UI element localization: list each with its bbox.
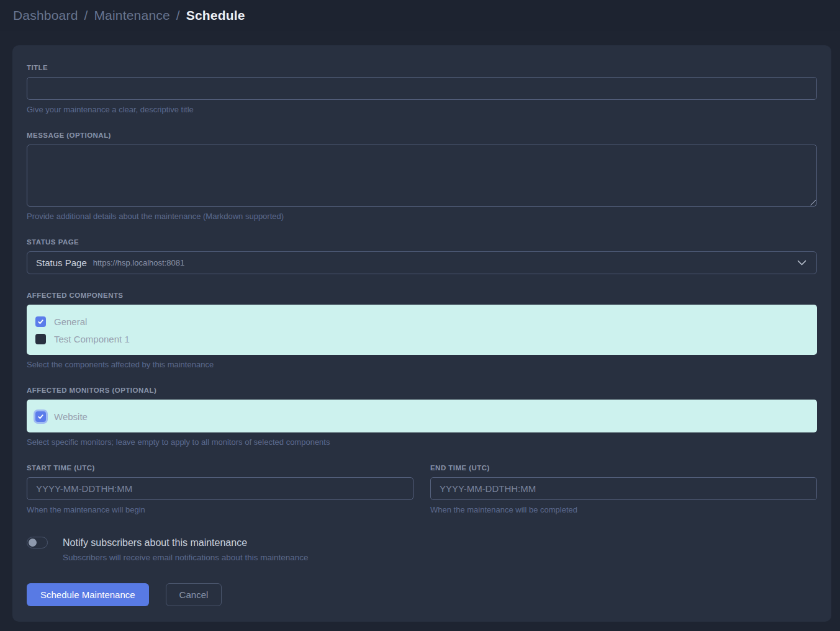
breadcrumb-separator: / [176, 8, 180, 23]
cancel-button[interactable]: Cancel [166, 583, 222, 606]
checkbox-test-component-1[interactable] [35, 334, 46, 344]
form-actions: Schedule Maintenance Cancel [27, 583, 817, 606]
top-navigation-bar: Dashboard / Maintenance / Schedule [0, 0, 840, 31]
affected-monitors-box: Website [27, 400, 817, 432]
end-time-field-group: END TIME (UTC) When the maintenance will… [430, 464, 817, 514]
checkmark-icon [37, 413, 44, 420]
monitor-option-label: Website [54, 411, 88, 422]
affected-components-box: General Test Component 1 [27, 305, 817, 355]
chevron-down-icon [797, 260, 806, 266]
breadcrumb: Dashboard / Maintenance / Schedule [13, 8, 245, 23]
message-textarea[interactable] [27, 145, 817, 207]
schedule-maintenance-button[interactable]: Schedule Maintenance [27, 583, 149, 606]
message-field-group: MESSAGE (OPTIONAL) Provide additional de… [27, 132, 817, 221]
title-field-group: TITLE Give your maintenance a clear, des… [27, 64, 817, 114]
checkbox-website[interactable] [35, 411, 46, 422]
monitor-option-website[interactable]: Website [35, 409, 806, 424]
affected-components-helper-text: Select the components affected by this m… [27, 360, 817, 369]
affected-components-label: AFFECTED COMPONENTS [27, 292, 817, 299]
end-time-input[interactable] [430, 477, 817, 500]
affected-monitors-field-group: AFFECTED MONITORS (OPTIONAL) Website Sel… [27, 387, 817, 447]
status-page-label: STATUS PAGE [27, 238, 817, 246]
breadcrumb-item-maintenance[interactable]: Maintenance [94, 8, 169, 23]
start-time-input[interactable] [27, 477, 413, 500]
toggle-knob [29, 539, 37, 547]
notify-subscribers-helper-text: Subscribers will receive email notificat… [63, 553, 817, 562]
status-page-field-group: STATUS PAGE Status Page https://hsp.loca… [27, 238, 817, 274]
breadcrumb-separator: / [84, 8, 88, 23]
time-fields-row: START TIME (UTC) When the maintenance wi… [27, 464, 817, 514]
title-helper-text: Give your maintenance a clear, descripti… [27, 105, 817, 114]
message-helper-text: Provide additional details about the mai… [27, 212, 817, 221]
checkbox-general[interactable] [35, 316, 46, 327]
end-time-label: END TIME (UTC) [430, 464, 817, 472]
notify-subscribers-group: Notify subscribers about this maintenanc… [27, 537, 817, 562]
message-label: MESSAGE (OPTIONAL) [27, 132, 817, 139]
component-option-general[interactable]: General [35, 314, 806, 329]
notify-subscribers-toggle[interactable] [27, 537, 48, 548]
component-option-label: General [54, 316, 87, 327]
status-page-selected-url: https://hsp.localhost:8081 [93, 258, 184, 267]
status-page-select[interactable]: Status Page https://hsp.localhost:8081 [27, 251, 817, 274]
affected-monitors-helper-text: Select specific monitors; leave empty to… [27, 437, 817, 447]
title-label: TITLE [27, 64, 817, 71]
component-option-label: Test Component 1 [54, 334, 130, 344]
notify-subscribers-label: Notify subscribers about this maintenanc… [63, 537, 247, 548]
component-option-test-component-1[interactable]: Test Component 1 [35, 331, 806, 347]
schedule-maintenance-form-card: TITLE Give your maintenance a clear, des… [12, 45, 831, 622]
start-time-label: START TIME (UTC) [27, 464, 413, 472]
checkmark-icon [37, 318, 44, 325]
affected-monitors-label: AFFECTED MONITORS (OPTIONAL) [27, 387, 817, 394]
title-input[interactable] [27, 77, 817, 100]
end-time-helper-text: When the maintenance will be completed [430, 505, 817, 514]
status-page-selected-name: Status Page [36, 257, 87, 268]
start-time-field-group: START TIME (UTC) When the maintenance wi… [27, 464, 413, 514]
breadcrumb-current-schedule: Schedule [186, 8, 245, 23]
start-time-helper-text: When the maintenance will begin [27, 505, 413, 514]
breadcrumb-item-dashboard[interactable]: Dashboard [13, 8, 78, 23]
affected-components-field-group: AFFECTED COMPONENTS General Test Compone… [27, 292, 817, 369]
